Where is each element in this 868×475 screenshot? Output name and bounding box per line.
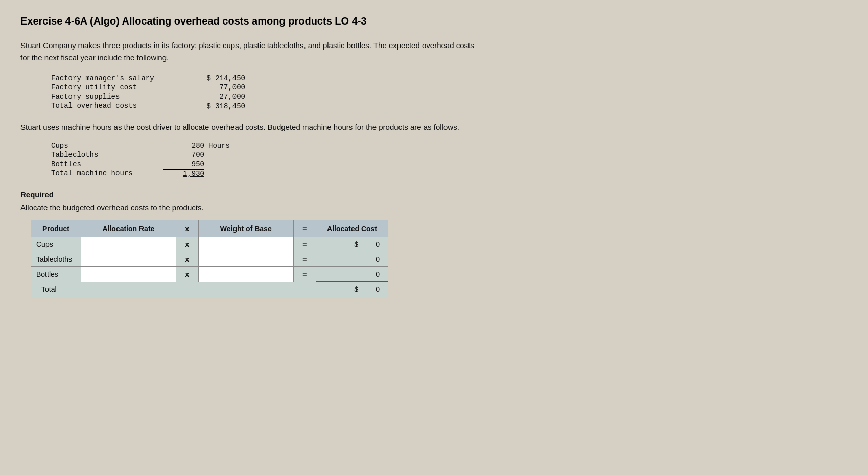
weight-cups-input[interactable]: [202, 239, 284, 250]
allocated-bottles-value: 0: [376, 270, 380, 278]
mh-row-tablecloths: Tablecloths 700: [51, 151, 848, 159]
allocated-cups-value: 0: [376, 240, 380, 248]
table-row-cups: Cups x = $ 0: [31, 237, 388, 252]
table-row-total: Total $ 0: [31, 282, 388, 297]
allocated-bottles-cell: 0: [316, 267, 388, 282]
equals-cups: =: [293, 237, 316, 252]
mh-unit-cups: Hours: [208, 142, 230, 150]
mh-row-total: Total machine hours 1,930: [51, 169, 848, 178]
allocated-tablecloths-cell: 0: [316, 252, 388, 267]
operator-x-tablecloths: x: [176, 252, 198, 267]
alloc-table-wrapper: Product Allocation Rate x Weight of Base…: [31, 220, 848, 297]
mh-label-tablecloths: Tablecloths: [51, 151, 163, 159]
weight-cups-cell[interactable]: [198, 237, 293, 252]
cost-value-utility: 77,000: [184, 83, 245, 92]
equals-bottles: =: [293, 267, 316, 282]
cost-row: Factory manager's salary $ 214,450: [51, 74, 848, 82]
alloc-rate-bottles-input[interactable]: [84, 269, 166, 279]
total-value-cell: $ 0: [316, 282, 388, 297]
page-content: Exercise 4-6A (Algo) Allocating overhead…: [20, 10, 848, 302]
table-row-bottles: Bottles x = 0: [31, 267, 388, 282]
header-allocated-cost: Allocated Cost: [316, 220, 388, 237]
cost-value-supplies: 27,000: [184, 93, 245, 101]
product-tablecloths: Tablecloths: [31, 252, 81, 267]
alloc-rate-cups-input[interactable]: [84, 239, 166, 250]
cost-label-supplies: Factory supplies: [51, 93, 184, 101]
cost-row-total: Total overhead costs $ 318,450: [51, 102, 848, 110]
cost-label-total: Total overhead costs: [51, 102, 184, 110]
total-dollar: $: [355, 285, 359, 293]
header-allocation-rate: Allocation Rate: [81, 220, 176, 237]
weight-bottles-cell[interactable]: [198, 267, 293, 282]
mh-value-tablecloths: 700: [163, 151, 204, 159]
cost-value-total: $ 318,450: [184, 102, 245, 110]
alloc-rate-cups-cell[interactable]: [81, 237, 176, 252]
cost-label-salary: Factory manager's salary: [51, 74, 184, 82]
allocate-text: Allocate the budgeted overhead costs to …: [20, 203, 848, 212]
header-weight-of-base: Weight of Base: [198, 220, 293, 237]
weight-tablecloths-input[interactable]: [202, 254, 284, 264]
required-label: Required: [20, 190, 848, 199]
exercise-title: Exercise 4-6A (Algo) Allocating overhead…: [20, 15, 848, 27]
cost-row-utility: Factory utility cost 77,000: [51, 83, 848, 92]
product-cups: Cups: [31, 237, 81, 252]
header-equals: =: [293, 220, 316, 237]
equals-tablecloths: =: [293, 252, 316, 267]
intro-text: Stuart Company makes three products in i…: [20, 39, 480, 64]
machine-hours-table: Cups 280 Hours Tablecloths 700 Bottles 9…: [51, 142, 848, 178]
mh-label-total: Total machine hours: [51, 169, 163, 178]
operator-x-bottles: x: [176, 267, 198, 282]
operator-x-cups: x: [176, 237, 198, 252]
weight-tablecloths-cell[interactable]: [198, 252, 293, 267]
alloc-rate-tablecloths-cell[interactable]: [81, 252, 176, 267]
product-bottles: Bottles: [31, 267, 81, 282]
total-value: 0: [376, 285, 380, 293]
allocated-cups-cell: $ 0: [316, 237, 388, 252]
mh-value-cups: 280: [163, 142, 204, 150]
total-label: Total: [31, 282, 316, 297]
cost-row-supplies: Factory supplies 27,000: [51, 93, 848, 101]
cost-value-salary: $ 214,450: [184, 74, 245, 82]
mh-value-total: 1,930: [163, 169, 204, 178]
cost-table: Factory manager's salary $ 214,450 Facto…: [51, 74, 848, 110]
alloc-rate-tablecloths-input[interactable]: [84, 254, 166, 264]
driver-text: Stuart uses machine hours as the cost dr…: [20, 123, 480, 131]
mh-label-bottles: Bottles: [51, 160, 163, 168]
mh-label-cups: Cups: [51, 142, 163, 150]
weight-bottles-input[interactable]: [202, 269, 284, 279]
alloc-table: Product Allocation Rate x Weight of Base…: [31, 220, 388, 297]
allocated-tablecloths-value: 0: [376, 255, 380, 263]
table-row-tablecloths: Tablecloths x = 0: [31, 252, 388, 267]
dollar-cups: $: [355, 240, 359, 248]
mh-row-bottles: Bottles 950: [51, 160, 848, 168]
header-product: Product: [31, 220, 81, 237]
mh-value-bottles: 950: [163, 160, 204, 168]
cost-label-utility: Factory utility cost: [51, 83, 184, 92]
mh-row-cups: Cups 280 Hours: [51, 142, 848, 150]
alloc-rate-bottles-cell[interactable]: [81, 267, 176, 282]
header-x1: x: [176, 220, 198, 237]
